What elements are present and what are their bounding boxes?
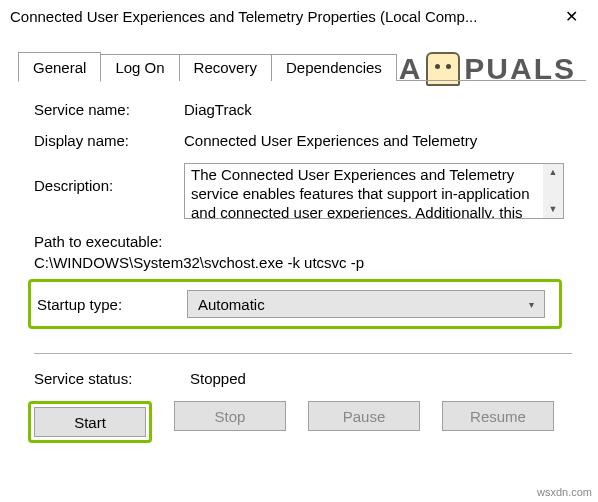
window-title: Connected User Experiences and Telemetry… (10, 8, 477, 25)
close-button[interactable]: ✕ (548, 2, 594, 32)
resume-button: Resume (442, 401, 554, 431)
start-button-highlight: Start (28, 401, 152, 443)
service-name-label: Service name: (34, 101, 184, 118)
scroll-up-icon[interactable]: ▲ (549, 167, 558, 178)
close-icon: ✕ (565, 7, 578, 26)
title-bar: Connected User Experiences and Telemetry… (0, 0, 598, 34)
chevron-down-icon: ▾ (529, 299, 534, 310)
startup-type-row: Startup type: Automatic ▾ (28, 279, 562, 329)
service-control-buttons: Start Stop Pause Resume (34, 401, 572, 443)
startup-type-value: Automatic (198, 296, 265, 313)
display-name-value: Connected User Experiences and Telemetry (184, 132, 572, 149)
description-textbox[interactable]: The Connected User Experiences and Telem… (184, 163, 564, 219)
pause-button: Pause (308, 401, 420, 431)
tab-content: Service name: DiagTrack Display name: Co… (0, 81, 598, 453)
scroll-down-icon[interactable]: ▼ (549, 204, 558, 215)
image-credit: wsxdn.com (537, 486, 592, 498)
tab-recovery[interactable]: Recovery (179, 54, 272, 81)
description-label: Description: (34, 163, 184, 194)
startup-type-label: Startup type: (31, 296, 187, 313)
description-scrollbar[interactable]: ▲ ▼ (543, 164, 563, 218)
start-button[interactable]: Start (34, 407, 146, 437)
separator (34, 353, 572, 354)
description-text: The Connected User Experiences and Telem… (191, 166, 530, 219)
service-status-label: Service status: (34, 370, 190, 387)
display-name-label: Display name: (34, 132, 184, 149)
path-value: C:\WINDOWS\System32\svchost.exe -k utcsv… (34, 254, 572, 271)
service-status-value: Stopped (190, 370, 246, 387)
tab-log-on[interactable]: Log On (100, 54, 179, 81)
tab-general[interactable]: General (18, 52, 101, 82)
stop-button: Stop (174, 401, 286, 431)
tab-strip: General Log On Recovery Dependencies (0, 34, 598, 81)
service-name-value: DiagTrack (184, 101, 572, 118)
tab-dependencies[interactable]: Dependencies (271, 54, 397, 81)
startup-type-select[interactable]: Automatic ▾ (187, 290, 545, 318)
path-label: Path to executable: (34, 233, 572, 250)
